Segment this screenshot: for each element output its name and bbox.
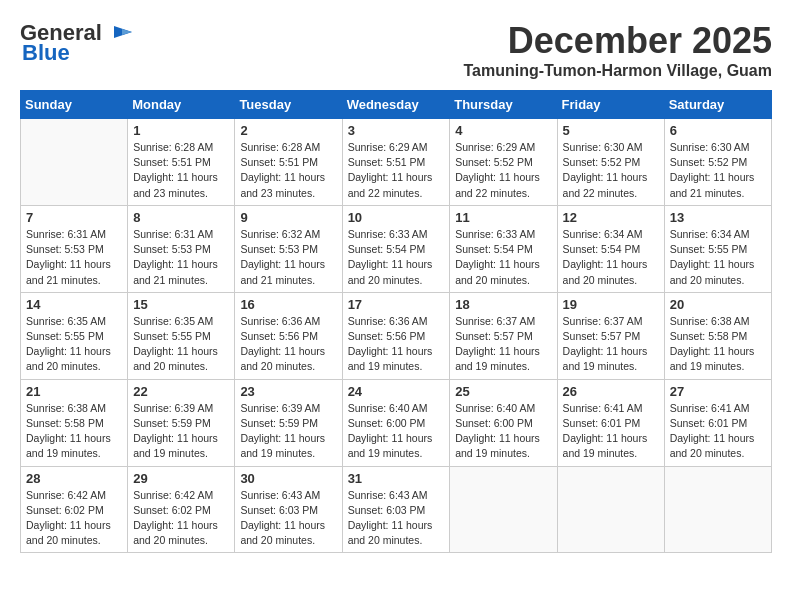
calendar-cell: 1Sunrise: 6:28 AMSunset: 5:51 PMDaylight… [128,119,235,206]
cell-info: Sunrise: 6:37 AMSunset: 5:57 PMDaylight:… [455,314,551,375]
calendar-week-0: 1Sunrise: 6:28 AMSunset: 5:51 PMDaylight… [21,119,772,206]
logo-icon [104,24,134,42]
calendar-cell: 31Sunrise: 6:43 AMSunset: 6:03 PMDayligh… [342,466,450,553]
calendar-cell: 3Sunrise: 6:29 AMSunset: 5:51 PMDaylight… [342,119,450,206]
cell-day-number: 13 [670,210,766,225]
calendar-week-4: 28Sunrise: 6:42 AMSunset: 6:02 PMDayligh… [21,466,772,553]
header-wednesday: Wednesday [342,91,450,119]
header-saturday: Saturday [664,91,771,119]
cell-info: Sunrise: 6:28 AMSunset: 5:51 PMDaylight:… [240,140,336,201]
cell-info: Sunrise: 6:36 AMSunset: 5:56 PMDaylight:… [240,314,336,375]
calendar-cell: 22Sunrise: 6:39 AMSunset: 5:59 PMDayligh… [128,379,235,466]
calendar-week-2: 14Sunrise: 6:35 AMSunset: 5:55 PMDayligh… [21,292,772,379]
calendar-cell: 24Sunrise: 6:40 AMSunset: 6:00 PMDayligh… [342,379,450,466]
cell-day-number: 11 [455,210,551,225]
calendar-cell: 5Sunrise: 6:30 AMSunset: 5:52 PMDaylight… [557,119,664,206]
cell-day-number: 23 [240,384,336,399]
calendar-cell: 29Sunrise: 6:42 AMSunset: 6:02 PMDayligh… [128,466,235,553]
calendar-cell: 16Sunrise: 6:36 AMSunset: 5:56 PMDayligh… [235,292,342,379]
svg-marker-1 [122,29,132,35]
logo-blue: Blue [22,40,70,66]
calendar-cell: 6Sunrise: 6:30 AMSunset: 5:52 PMDaylight… [664,119,771,206]
cell-info: Sunrise: 6:29 AMSunset: 5:51 PMDaylight:… [348,140,445,201]
header-tuesday: Tuesday [235,91,342,119]
calendar-cell: 28Sunrise: 6:42 AMSunset: 6:02 PMDayligh… [21,466,128,553]
cell-day-number: 4 [455,123,551,138]
cell-day-number: 1 [133,123,229,138]
cell-info: Sunrise: 6:31 AMSunset: 5:53 PMDaylight:… [26,227,122,288]
cell-info: Sunrise: 6:30 AMSunset: 5:52 PMDaylight:… [670,140,766,201]
cell-info: Sunrise: 6:43 AMSunset: 6:03 PMDaylight:… [240,488,336,549]
calendar-cell [21,119,128,206]
calendar-cell: 19Sunrise: 6:37 AMSunset: 5:57 PMDayligh… [557,292,664,379]
calendar-cell [664,466,771,553]
location-title: Tamuning-Tumon-Harmon Village, Guam [464,62,772,80]
calendar-cell: 15Sunrise: 6:35 AMSunset: 5:55 PMDayligh… [128,292,235,379]
cell-day-number: 18 [455,297,551,312]
cell-info: Sunrise: 6:31 AMSunset: 5:53 PMDaylight:… [133,227,229,288]
cell-info: Sunrise: 6:39 AMSunset: 5:59 PMDaylight:… [240,401,336,462]
cell-day-number: 10 [348,210,445,225]
calendar-cell: 17Sunrise: 6:36 AMSunset: 5:56 PMDayligh… [342,292,450,379]
cell-info: Sunrise: 6:43 AMSunset: 6:03 PMDaylight:… [348,488,445,549]
calendar-cell: 2Sunrise: 6:28 AMSunset: 5:51 PMDaylight… [235,119,342,206]
cell-day-number: 28 [26,471,122,486]
calendar-cell: 9Sunrise: 6:32 AMSunset: 5:53 PMDaylight… [235,205,342,292]
cell-day-number: 15 [133,297,229,312]
calendar-cell: 20Sunrise: 6:38 AMSunset: 5:58 PMDayligh… [664,292,771,379]
calendar-cell: 21Sunrise: 6:38 AMSunset: 5:58 PMDayligh… [21,379,128,466]
cell-day-number: 16 [240,297,336,312]
cell-day-number: 2 [240,123,336,138]
calendar-cell: 25Sunrise: 6:40 AMSunset: 6:00 PMDayligh… [450,379,557,466]
cell-info: Sunrise: 6:41 AMSunset: 6:01 PMDaylight:… [670,401,766,462]
cell-info: Sunrise: 6:29 AMSunset: 5:52 PMDaylight:… [455,140,551,201]
cell-info: Sunrise: 6:42 AMSunset: 6:02 PMDaylight:… [133,488,229,549]
logo: General Blue [20,20,136,66]
cell-info: Sunrise: 6:28 AMSunset: 5:51 PMDaylight:… [133,140,229,201]
calendar-cell: 8Sunrise: 6:31 AMSunset: 5:53 PMDaylight… [128,205,235,292]
cell-info: Sunrise: 6:36 AMSunset: 5:56 PMDaylight:… [348,314,445,375]
cell-day-number: 22 [133,384,229,399]
calendar-cell: 27Sunrise: 6:41 AMSunset: 6:01 PMDayligh… [664,379,771,466]
cell-info: Sunrise: 6:34 AMSunset: 5:54 PMDaylight:… [563,227,659,288]
calendar-cell: 23Sunrise: 6:39 AMSunset: 5:59 PMDayligh… [235,379,342,466]
cell-info: Sunrise: 6:37 AMSunset: 5:57 PMDaylight:… [563,314,659,375]
cell-info: Sunrise: 6:38 AMSunset: 5:58 PMDaylight:… [670,314,766,375]
header-thursday: Thursday [450,91,557,119]
calendar-cell [557,466,664,553]
header-friday: Friday [557,91,664,119]
calendar-cell: 12Sunrise: 6:34 AMSunset: 5:54 PMDayligh… [557,205,664,292]
cell-day-number: 19 [563,297,659,312]
cell-info: Sunrise: 6:33 AMSunset: 5:54 PMDaylight:… [455,227,551,288]
cell-info: Sunrise: 6:39 AMSunset: 5:59 PMDaylight:… [133,401,229,462]
cell-day-number: 14 [26,297,122,312]
month-title: December 2025 [464,20,772,62]
cell-day-number: 27 [670,384,766,399]
cell-day-number: 21 [26,384,122,399]
cell-day-number: 24 [348,384,445,399]
calendar-cell: 30Sunrise: 6:43 AMSunset: 6:03 PMDayligh… [235,466,342,553]
title-block: December 2025 Tamuning-Tumon-Harmon Vill… [464,20,772,80]
calendar-cell [450,466,557,553]
cell-info: Sunrise: 6:38 AMSunset: 5:58 PMDaylight:… [26,401,122,462]
calendar-cell: 4Sunrise: 6:29 AMSunset: 5:52 PMDaylight… [450,119,557,206]
cell-info: Sunrise: 6:33 AMSunset: 5:54 PMDaylight:… [348,227,445,288]
calendar-cell: 11Sunrise: 6:33 AMSunset: 5:54 PMDayligh… [450,205,557,292]
cell-day-number: 26 [563,384,659,399]
calendar-week-1: 7Sunrise: 6:31 AMSunset: 5:53 PMDaylight… [21,205,772,292]
cell-day-number: 25 [455,384,551,399]
cell-info: Sunrise: 6:41 AMSunset: 6:01 PMDaylight:… [563,401,659,462]
cell-day-number: 30 [240,471,336,486]
cell-info: Sunrise: 6:34 AMSunset: 5:55 PMDaylight:… [670,227,766,288]
cell-day-number: 31 [348,471,445,486]
cell-info: Sunrise: 6:30 AMSunset: 5:52 PMDaylight:… [563,140,659,201]
calendar-cell: 26Sunrise: 6:41 AMSunset: 6:01 PMDayligh… [557,379,664,466]
calendar-cell: 14Sunrise: 6:35 AMSunset: 5:55 PMDayligh… [21,292,128,379]
cell-info: Sunrise: 6:32 AMSunset: 5:53 PMDaylight:… [240,227,336,288]
page-header: General Blue December 2025 Tamuning-Tumo… [20,20,772,80]
cell-day-number: 5 [563,123,659,138]
cell-day-number: 17 [348,297,445,312]
header-monday: Monday [128,91,235,119]
cell-info: Sunrise: 6:35 AMSunset: 5:55 PMDaylight:… [26,314,122,375]
calendar-cell: 10Sunrise: 6:33 AMSunset: 5:54 PMDayligh… [342,205,450,292]
